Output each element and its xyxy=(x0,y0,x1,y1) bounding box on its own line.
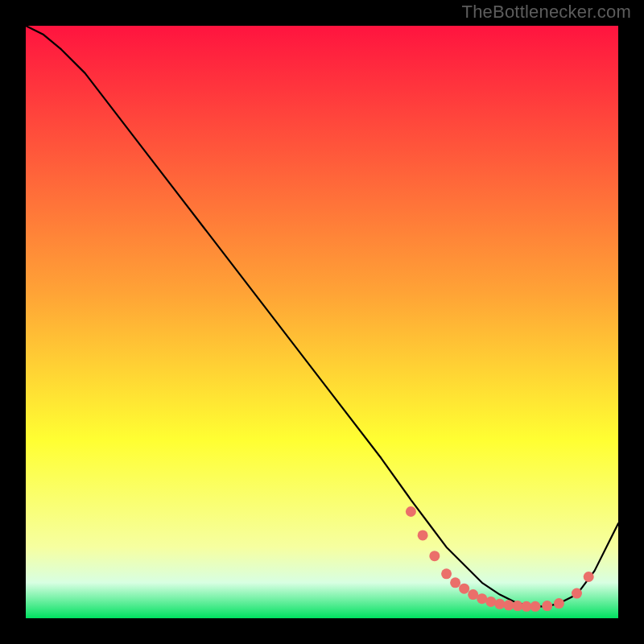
marker-dot xyxy=(530,601,540,612)
chart-frame: TheBottlenecker.com xyxy=(0,0,644,644)
marker-dot xyxy=(494,599,505,609)
marker-dot xyxy=(542,601,552,611)
marker-dot xyxy=(441,568,452,579)
marker-dot xyxy=(477,593,487,604)
plot-area xyxy=(26,26,618,618)
marker-dot xyxy=(554,598,564,609)
gradient-background xyxy=(26,26,618,618)
marker-dot xyxy=(459,584,469,594)
marker-dot xyxy=(418,530,428,540)
marker-dot xyxy=(503,600,514,610)
marker-dot xyxy=(468,589,478,600)
chart-svg xyxy=(26,26,618,618)
marker-dot xyxy=(584,572,594,582)
marker-dot xyxy=(572,588,582,599)
marker-dot xyxy=(485,597,496,607)
marker-dot xyxy=(406,506,416,517)
marker-dot xyxy=(450,577,460,588)
marker-dot xyxy=(429,551,440,561)
watermark-text: TheBottlenecker.com xyxy=(462,2,631,23)
marker-dot xyxy=(512,601,522,611)
